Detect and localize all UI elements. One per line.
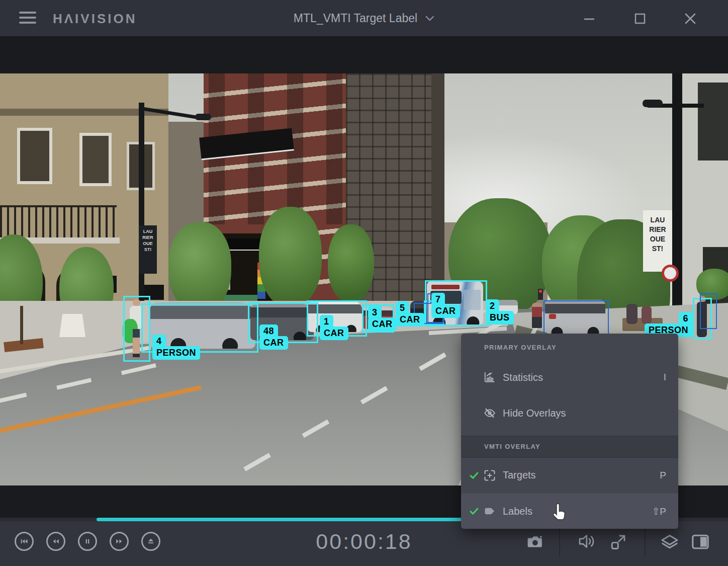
hamburger-line (19, 22, 36, 24)
side-panel-button[interactable] (691, 533, 710, 550)
statistics-icon (483, 371, 496, 384)
haivision-logo: HΛIVISION (53, 11, 137, 27)
menu-item-label: Statistics (503, 372, 543, 383)
eject-icon (146, 536, 156, 546)
skip-to-start-icon (19, 536, 29, 546)
rewind-icon (51, 536, 61, 546)
target-id: 3 (368, 306, 382, 319)
checkmark-icon (469, 506, 479, 516)
stream-title-dropdown[interactable]: MTL_VMTI Target Label (294, 0, 434, 36)
hamburger-line (19, 12, 36, 14)
target-class: PERSON (152, 346, 200, 360)
menu-section-header: VMTI OVERLAY (484, 443, 540, 450)
target-label: 1 CAR (320, 315, 348, 340)
target-label: 4 PERSON (152, 335, 200, 360)
menu-item-hide-overlays[interactable]: Hide Overlays (461, 395, 678, 431)
menu-item-shortcut: I (664, 372, 666, 383)
target-label: 7 CAR (431, 293, 460, 318)
target-label: 5 CAR (396, 301, 424, 327)
scene-bus-destination-sign (431, 285, 460, 289)
target-class: CAR (431, 304, 460, 318)
scene-bus-side-windows (464, 290, 481, 310)
pause-button[interactable] (78, 532, 97, 551)
controls-separator (559, 528, 560, 556)
menu-item-label: Targets (503, 469, 536, 481)
hamburger-line (19, 17, 36, 19)
target-label: 3 CAR (368, 306, 397, 331)
menu-item-label: Hide Overlays (503, 408, 566, 419)
target-id: 6 (679, 312, 692, 326)
checkmark-icon (469, 470, 479, 480)
scene-person-crossing (532, 303, 542, 328)
pause-icon (82, 536, 93, 546)
targets-icon (483, 469, 496, 482)
expand-icon (609, 533, 627, 550)
target-class: CAR (320, 327, 348, 340)
skip-to-start-button[interactable] (15, 532, 34, 551)
target-id: 4 (152, 335, 166, 348)
target-label: 2 BUS (486, 299, 514, 325)
scene-person-legs (133, 329, 140, 357)
target-id: 1 (320, 315, 333, 329)
fast-forward-icon (114, 536, 124, 546)
chevron-down-icon (425, 16, 434, 21)
scene-person-dark-right (695, 296, 710, 337)
target-class: CAR (259, 336, 288, 350)
menu-item-statistics[interactable]: Statistics I (461, 360, 678, 395)
target-id: 2 (486, 299, 499, 313)
scene-person-green-bag (125, 299, 147, 359)
target-class: CAR (396, 313, 424, 327)
timecode: 00:00:18 (316, 529, 412, 554)
overlay-layers-button[interactable] (660, 533, 680, 551)
menu-section-header: PRIMARY OVERLAY (484, 344, 557, 351)
target-id: 7 (431, 293, 445, 306)
target-class: CAR (368, 317, 397, 331)
hamburger-menu-button[interactable] (19, 12, 36, 25)
speaker-icon (578, 533, 597, 549)
layers-icon (660, 533, 680, 551)
menu-item-label: Labels (503, 506, 532, 517)
titlebar: HΛIVISION MTL_VMTI Target Label (0, 0, 728, 36)
close-button[interactable] (684, 12, 697, 25)
eye-off-icon (483, 407, 496, 420)
application-window: HΛIVISION MTL_VMTI Target Label (0, 0, 728, 566)
target-class: BUS (486, 311, 514, 325)
minimize-button[interactable] (583, 12, 596, 25)
eject-button[interactable] (141, 532, 160, 551)
snapshot-button[interactable] (526, 533, 544, 549)
volume-button[interactable] (578, 533, 597, 549)
target-id: 5 (396, 301, 409, 315)
menu-item-shortcut: P (660, 470, 666, 481)
scene-traffic-light-red (539, 290, 542, 293)
fullscreen-button[interactable] (609, 533, 627, 550)
menu-section-band: VMTI OVERLAY (461, 436, 678, 458)
scene-suv-taillight (549, 314, 556, 319)
scene-person-head (133, 299, 140, 306)
panel-icon (691, 533, 710, 550)
maximize-button[interactable] (633, 12, 647, 25)
label-tag-icon (483, 505, 496, 518)
controls-separator (645, 528, 646, 556)
overlay-context-menu: PRIMARY OVERLAY Statistics I (461, 334, 678, 529)
target-id: 48 (259, 325, 278, 338)
stream-title: MTL_VMTI Target Label (294, 12, 417, 25)
camera-icon (526, 533, 544, 549)
scene-person-body (697, 302, 707, 337)
target-label: 48 CAR (259, 325, 288, 350)
menu-item-labels[interactable]: Labels ⇧P (461, 494, 678, 529)
menu-item-targets[interactable]: Targets P (461, 457, 678, 494)
scene-person-seated (626, 304, 638, 324)
menu-item-shortcut: ⇧P (652, 506, 666, 517)
rewind-button[interactable] (46, 532, 65, 551)
fast-forward-button[interactable] (110, 532, 129, 551)
